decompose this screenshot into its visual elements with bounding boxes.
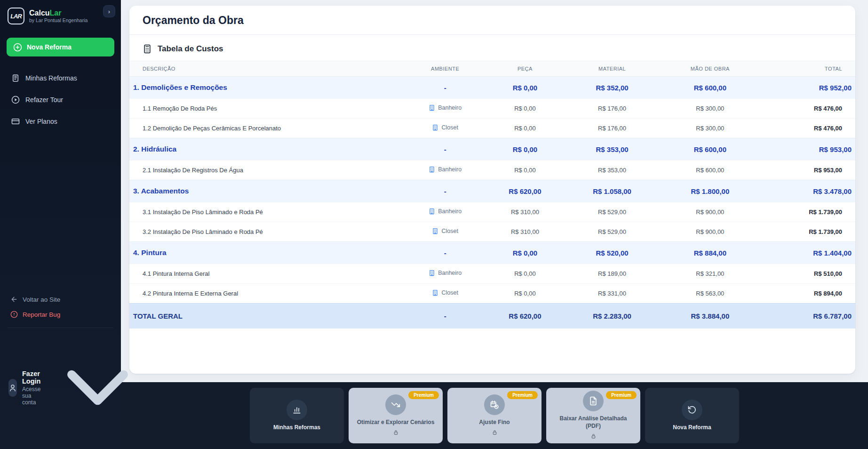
cell-material: R$ 353,00 <box>565 138 660 160</box>
building-icon <box>432 289 438 296</box>
table-section-title: Tabela de Custos <box>158 44 223 54</box>
sidebar: LAR CalcuLar by Lar Pontual Engenharia ›… <box>0 0 121 449</box>
table-section-header: Tabela de Custos <box>129 35 855 61</box>
ambiente-label: Banheiro <box>438 270 462 276</box>
cell-material: R$ 353,00 <box>565 160 660 180</box>
sidebar-item-ver-planos[interactable]: Ver Planos <box>7 112 114 131</box>
login-subtitle: Acesse sua conta <box>22 386 40 406</box>
cell-total: R$ 510,00 <box>761 264 855 284</box>
cell-ambiente: Banheiro <box>405 202 485 222</box>
category-row: 2. Hidráulica-R$ 0,00R$ 353,00R$ 600,00R… <box>129 138 855 160</box>
main-area: Orçamento da Obra Tabela de Custos DESCR… <box>121 0 868 449</box>
chevron-right-icon: › <box>108 8 110 15</box>
cell-ambiente: Closet <box>405 284 485 304</box>
item-row: 4.1 Pintura Interna GeralBanheiroR$ 0,00… <box>129 264 855 284</box>
cell-ambiente: - <box>405 242 485 264</box>
cell-total: R$ 953,00 <box>761 138 855 160</box>
lock-icon <box>492 429 498 435</box>
cell-total: R$ 1.739,00 <box>761 202 855 222</box>
category-row: 1. Demolições e Remoções-R$ 0,00R$ 352,0… <box>129 77 855 99</box>
cell-mao-de-obra: R$ 563,00 <box>659 284 761 304</box>
cell-peca: R$ 0,00 <box>485 160 565 180</box>
action-button-otimizar-cenarios[interactable]: PremiumOtimizar e Explorar Cenários <box>349 388 443 443</box>
cell-material: R$ 529,00 <box>565 202 660 222</box>
cell-peca: R$ 0,00 <box>485 284 565 304</box>
premium-badge: Premium <box>408 391 439 399</box>
item-row: 3.2 Instalação De Piso Lâminado e Roda P… <box>129 222 855 242</box>
cell-peca: R$ 0,00 <box>485 119 565 138</box>
lock-icon <box>590 433 597 439</box>
cell-descricao: 2.1 Instalação De Registros De Água <box>129 160 405 180</box>
back-to-site-link[interactable]: Voltar ao Site <box>7 292 114 307</box>
building-icon <box>429 208 435 215</box>
cell-total: R$ 1.739,00 <box>761 222 855 242</box>
credit-card-icon <box>11 117 20 126</box>
lock-wrapper <box>590 433 597 441</box>
item-row: 1.1 Remoção De Roda PésBanheiroR$ 0,00R$… <box>129 99 855 119</box>
action-button-label: Nova Reforma <box>673 424 711 431</box>
item-row: 1.2 Demolição De Peças Cerâmicas E Porce… <box>129 119 855 138</box>
chevron-down-icon <box>46 336 150 440</box>
cell-mao-de-obra: R$ 300,00 <box>659 99 761 119</box>
action-button-baixar-pdf[interactable]: PremiumBaixar Análise Detalhada (PDF) <box>546 388 640 443</box>
item-row: 4.2 Pintura Interna E Externa GeralClose… <box>129 284 855 304</box>
cell-material: R$ 331,00 <box>565 284 660 304</box>
login-title: Fazer Login <box>22 370 40 385</box>
cell-ambiente: Banheiro <box>405 264 485 284</box>
cell-material: R$ 352,00 <box>565 77 660 99</box>
app-title: CalcuLar <box>29 9 88 17</box>
ambiente-dash: - <box>444 187 446 195</box>
cell-ambiente: - <box>405 77 485 99</box>
cell-material: R$ 520,00 <box>565 242 660 264</box>
item-row: 2.1 Instalação De Registros De ÁguaBanhe… <box>129 160 855 180</box>
cell-ambiente: - <box>405 138 485 160</box>
building-icon <box>432 228 438 234</box>
cell-material: R$ 189,00 <box>565 264 660 284</box>
action-button-ajuste-fino[interactable]: PremiumAjuste Fino <box>447 388 542 443</box>
ambiente-label: Closet <box>441 289 458 296</box>
login-button[interactable]: Fazer Login Acesse sua conta <box>7 334 114 441</box>
ambiente-badge: Banheiro <box>429 166 462 173</box>
cell-ambiente: Closet <box>405 119 485 138</box>
col-header-ambiente: AMBIENTE <box>405 61 485 77</box>
building-icon <box>429 270 435 276</box>
page-title: Orçamento da Obra <box>129 6 855 35</box>
action-button-minhas-reformas[interactable]: Minhas Reformas <box>250 388 344 443</box>
cell-mao-de-obra: R$ 884,00 <box>659 242 761 264</box>
cell-mao-de-obra: R$ 1.800,00 <box>659 180 761 202</box>
nova-reforma-button[interactable]: Nova Reforma <box>7 38 114 56</box>
cell-total: R$ 953,00 <box>761 160 855 180</box>
ambiente-badge: Closet <box>432 124 458 131</box>
cell-peca: R$ 0,00 <box>485 77 565 99</box>
nova-reforma-button-label: Nova Reforma <box>27 43 72 51</box>
item-row: 3.1 Instalação De Piso Lâminado e Roda P… <box>129 202 855 222</box>
cell-total: R$ 1.404,00 <box>761 242 855 264</box>
sidebar-item-label: Ver Planos <box>25 118 57 125</box>
cell-total: R$ 3.478,00 <box>761 180 855 202</box>
bar-chart-icon <box>292 405 302 415</box>
ambiente-label: Banheiro <box>438 104 462 111</box>
cell-mao-de-obra: R$ 321,00 <box>659 264 761 284</box>
sidebar-item-label: Minhas Reformas <box>25 74 77 82</box>
total-row-total: R$ 6.787,00 <box>761 304 855 329</box>
cell-ambiente: Banheiro <box>405 160 485 180</box>
report-bug-link[interactable]: Reportar Bug <box>7 307 114 322</box>
ambiente-dash: - <box>444 84 446 92</box>
action-button-label: Ajuste Fino <box>479 418 510 426</box>
ambiente-badge: Banheiro <box>429 270 462 276</box>
sidebar-item-minhas-reformas[interactable]: Minhas Reformas <box>7 69 114 88</box>
cell-total: R$ 952,00 <box>761 77 855 99</box>
cell-ambiente: - <box>405 180 485 202</box>
sidebar-collapse-button[interactable]: › <box>103 5 115 17</box>
cell-mao-de-obra: R$ 900,00 <box>659 222 761 242</box>
calculator-icon <box>143 44 152 54</box>
action-button-nova-reforma[interactable]: Nova Reforma <box>645 388 739 443</box>
sidebar-item-refazer-tour[interactable]: Refazer Tour <box>7 90 114 109</box>
plus-circle-icon <box>13 43 22 52</box>
cell-ambiente: Closet <box>405 222 485 242</box>
user-icon <box>8 384 17 392</box>
cell-descricao: 1.2 Demolição De Peças Cerâmicas E Porce… <box>129 119 405 138</box>
bottom-action-bar: Minhas ReformasPremiumOtimizar e Explora… <box>121 382 868 449</box>
cell-peca: R$ 310,00 <box>485 202 565 222</box>
sidebar-divider <box>8 328 113 328</box>
